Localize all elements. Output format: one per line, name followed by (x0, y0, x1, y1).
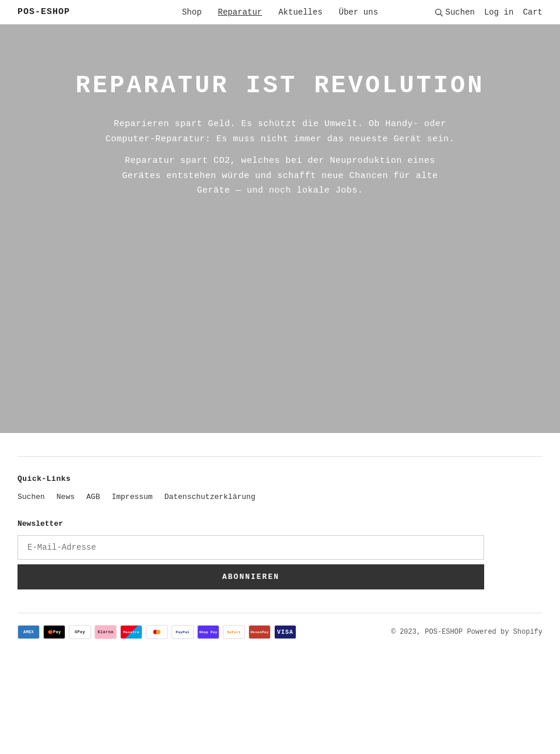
copyright-powered: Powered by Shopify (467, 628, 542, 636)
site-header: POS-ESHOP Shop Reparatur Aktuelles Über … (0, 0, 560, 25)
footer-bottom: AMEX 🍎Pay GPay Klarna Maestro ●● PayPal … (18, 613, 542, 639)
quick-link-impressum[interactable]: Impressum (111, 493, 152, 501)
main-nav: Shop Reparatur Aktuelles Über uns (182, 8, 378, 17)
copyright-year: © 2023, (391, 628, 421, 636)
nav-ueber-uns[interactable]: Über uns (339, 8, 378, 17)
hero-section: REPARATUR IST REVOLUTION Reparieren spar… (0, 25, 560, 433)
list-item: News (57, 491, 75, 502)
quick-links-heading: Quick-Links (18, 474, 542, 483)
hero-paragraph-2: Reparatur spart CO2, welches bei der Neu… (105, 153, 455, 198)
hero-description: Reparieren spart Geld. Es schützt die Um… (105, 117, 455, 205)
list-item: AGB (86, 491, 100, 502)
list-item: Suchen (18, 491, 45, 502)
cart-link[interactable]: Cart (523, 8, 542, 17)
footer-copyright: © 2023, POS-ESHOP Powered by Shopify (391, 628, 542, 636)
payment-klarna: Klarna (94, 625, 117, 639)
payment-maestro: Maestro (120, 625, 142, 639)
newsletter-form: ABONNIEREN (18, 535, 484, 589)
nav-aktuelles[interactable]: Aktuelles (278, 8, 323, 17)
quick-link-suchen[interactable]: Suchen (18, 493, 45, 501)
quick-links-list: Suchen News AGB Impressum Datenschutzerk… (18, 491, 542, 502)
footer-top: Quick-Links Suchen News AGB Impressum Da… (18, 456, 542, 589)
quick-link-agb[interactable]: AGB (86, 493, 100, 501)
quick-link-datenschutz[interactable]: Datenschutzerklärung (164, 493, 256, 501)
copyright-brand[interactable]: POS-ESHOP (425, 628, 463, 636)
svg-point-0 (435, 9, 440, 14)
payment-paypal: PayPal (172, 625, 194, 639)
payment-mastercard: ●● (146, 625, 168, 639)
login-link[interactable]: Log in (484, 8, 513, 17)
nav-reparatur[interactable]: Reparatur (218, 8, 262, 17)
payment-google-pay: GPay (69, 625, 91, 639)
payment-visa: VISA (274, 625, 296, 639)
payment-apple-pay: 🍎Pay (43, 625, 65, 639)
hero-paragraph-1: Reparieren spart Geld. Es schützt die Um… (105, 117, 455, 146)
nav-shop[interactable]: Shop (182, 8, 202, 17)
newsletter-heading: Newsletter (18, 519, 542, 528)
search-button[interactable]: Suchen (434, 8, 475, 17)
list-item: Impressum (111, 491, 152, 502)
subscribe-button[interactable]: ABONNIEREN (18, 564, 484, 589)
payment-unionpay: UnionPay (249, 625, 271, 639)
email-field[interactable] (18, 535, 484, 560)
search-icon (434, 8, 443, 17)
site-footer: Quick-Links Suchen News AGB Impressum Da… (0, 433, 560, 651)
list-item: Datenschutzerklärung (164, 491, 256, 502)
svg-line-1 (440, 14, 443, 16)
payment-icons: AMEX 🍎Pay GPay Klarna Maestro ●● PayPal … (18, 625, 296, 639)
quick-link-news[interactable]: News (57, 493, 75, 501)
header-actions: Suchen Log in Cart (434, 8, 542, 17)
payment-amex: AMEX (18, 625, 40, 639)
site-logo[interactable]: POS-ESHOP (18, 7, 70, 17)
search-label: Suchen (446, 8, 475, 17)
hero-title: REPARATUR IST REVOLUTION (76, 71, 485, 100)
payment-shop-pay: Shop Pay (197, 625, 219, 639)
payment-sofort: Sofort (223, 625, 245, 639)
